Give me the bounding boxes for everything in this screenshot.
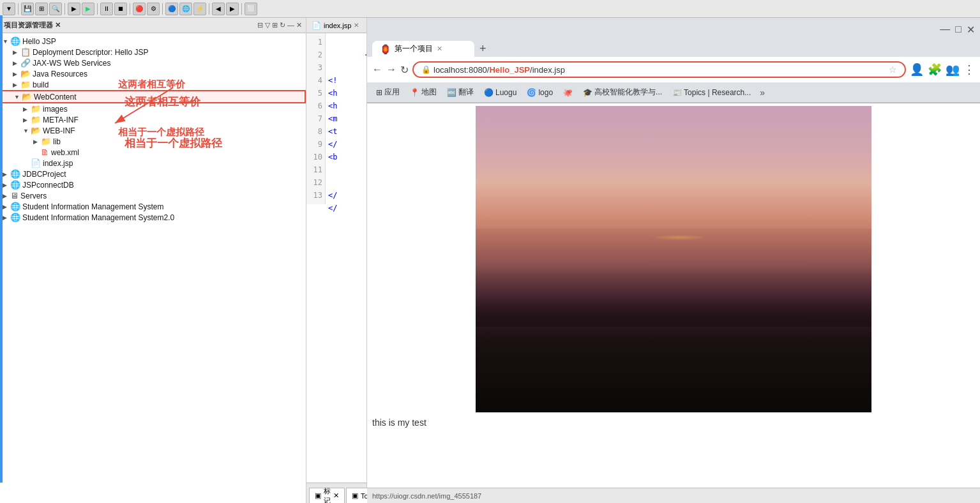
editor-tab-close[interactable]: ✕ [354,22,359,29]
win-close-btn[interactable]: ✕ [967,24,975,36]
line-num-8: 8 [306,125,322,138]
tree-arrow-jdbc: ▶ [3,171,9,177]
tree-icon-meta-inf: 📁 [31,115,41,124]
luogu-icon: 🔵 [484,88,494,97]
toolbar-btn-7[interactable]: ⚙ [147,3,160,15]
toolbar-sep-6 [209,3,209,15]
toolbar-btn-1[interactable]: ▼ [3,3,15,15]
tree-item-student1[interactable]: ▶ 🌐 Student Information Management Syste… [0,201,306,212]
profile-icon[interactable]: 👥 [946,63,960,77]
panel-collapse-icon[interactable]: ⊟ [257,21,263,29]
tree-item-images[interactable]: ▶ 📁 images [0,103,306,114]
toolbar-btn-5[interactable]: ⏹ [114,3,127,15]
panel-title: 项目资源管理器 ✕ [4,20,61,30]
tree-item-java-resources[interactable]: ▶ 📂 Java Resources [0,68,306,79]
browser-tab-close[interactable]: ✕ [437,45,442,53]
win-maximize-btn[interactable]: □ [955,24,961,36]
tree-item-build[interactable]: ▶ 📁 build [0,79,306,90]
new-tab-button[interactable]: + [474,42,492,56]
extensions-icon[interactable]: 🧩 [928,63,942,77]
panel-minimize-icon[interactable]: — [287,21,294,29]
toolbar-btn-6[interactable]: 🔴 [133,3,146,15]
browser-tab-title: 第一个项目 [395,43,433,54]
bookmark-apps[interactable]: ⊞ 应用 [372,86,403,99]
avatar-1[interactable]: 👤 [910,63,924,77]
tree-item-lib[interactable]: ▶ 📁 lib [0,136,306,147]
sunset-image [476,106,871,412]
bookmark-research[interactable]: 📰 Topics | Research... [668,87,755,98]
tree-item-jdbc[interactable]: ▶ 🌐 JDBCProject [0,169,306,179]
tree-label-jdbc: JDBCProject [22,170,66,179]
back-button[interactable]: ← [372,64,382,75]
panel-close-icon[interactable]: ✕ [296,21,302,29]
tree-item-deployment[interactable]: ▶ 📋 Deployment Descriptor: Hello JSP [0,47,306,57]
toolbar-btn-12[interactable]: ▶ [226,3,239,15]
toolbar-btn-run2[interactable]: ▶ [82,3,94,15]
foreground [476,296,871,412]
bookmarks-more[interactable]: » [760,87,765,98]
forward-button[interactable]: → [386,64,396,75]
toolbar-btn-3[interactable]: 🔍 [49,3,62,15]
reload-button[interactable]: ↻ [400,64,409,76]
toolbar-btn-run[interactable]: ▶ [68,3,80,15]
tree-item-meta-inf[interactable]: ▶ 📁 META-INF [0,114,306,125]
marker-close[interactable]: ✕ [333,492,339,500]
tree-item-index-jsp[interactable]: 📄 index.jsp [0,158,306,169]
tree-item-webcontent[interactable]: ▼ 📂 WebContent [0,90,306,103]
star-icon[interactable]: ☆ [889,64,897,75]
tree-item-student2[interactable]: ▶ 🌐 Student Information Management Syste… [0,212,306,223]
panel-filter-icon[interactable]: ⊞ [272,21,278,29]
logo-label: logo [538,88,553,97]
toolbar-btn-9[interactable]: 🌐 [179,3,192,15]
bookmark-luogu[interactable]: 🔵 Luogu [480,87,520,98]
code-line-3: <! [328,76,337,85]
url-text: localhost:8080/Hello_JSP/index.jsp [433,65,565,75]
panel-sync-icon[interactable]: ↻ [280,21,285,29]
code-area[interactable]: <% <! <h <h <m <t </ <b </ </ [326,33,366,230]
browser-tab-active[interactable]: 🏮 第一个项目 ✕ [372,41,474,57]
editor-panel: 📄 index.jsp ✕ 1 2 3 4 5 6 7 8 9 10 11 12… [306,18,367,503]
panel-menu-icon[interactable]: ▽ [265,21,270,29]
tree-icon-servers: 🖥 [10,191,19,200]
toolbar-btn-10[interactable]: ⚡ [193,3,206,15]
tree-item-jax-ws[interactable]: ▶ 🔗 JAX-WS Web Services [0,57,306,68]
tree-item-servers[interactable]: ▶ 🖥 Servers [0,190,306,201]
tree-item-hello-jsp[interactable]: ▼ 🌐 Hello JSP [0,36,306,47]
tree-item-web-inf[interactable]: ▼ 📂 WEB-INF [0,125,306,136]
menu-icon[interactable]: ⋮ [963,63,975,77]
toolbar-btn-8[interactable]: 🔵 [165,3,178,15]
toolbar-btn-2[interactable]: ⊞ [35,3,48,15]
tree-item-web-xml[interactable]: 🗎 web.xml [0,147,306,158]
tree-label-webcontent: WebContent [34,93,77,101]
bookmark-uni[interactable]: 🎓 高校智能化教学与... [579,86,666,99]
logo-icon: 🌀 [527,88,536,97]
tree-icon-hello-jsp: 🌐 [10,36,20,46]
code-line-12: </ [328,191,337,200]
line-num-10: 10 [306,151,322,163]
bookmark-translate[interactable]: 🔤 翻译 [443,86,478,99]
toolbar-btn-13[interactable]: ⬜ [245,3,257,15]
win-minimize-btn[interactable]: — [940,24,950,36]
window-controls: — □ ✕ [940,24,975,36]
tree-icon-build: 📁 [20,80,31,89]
main-layout: 项目资源管理器 ✕ ⊟ ▽ ⊞ ↻ — ✕ 这两者相互等价 相当于一个虚拟路径 … [0,18,980,503]
toolbar-btn-save[interactable]: 💾 [21,3,34,15]
bookmark-map[interactable]: 📍 地图 [406,86,441,99]
tree-label-meta-inf: META-INF [43,116,79,124]
code-line-8: </ [328,140,337,149]
toolbar-btn-4[interactable]: ⏸ [100,3,113,15]
line-numbers: 1 2 3 4 5 6 7 8 9 10 11 12 13 [306,33,326,204]
lock-icon: 🔒 [421,65,431,74]
bookmark-logo[interactable]: 🌀 logo [523,87,557,98]
line-num-12: 12 [306,176,322,189]
code-line-7: <t [328,127,337,136]
editor-content: 1 2 3 4 5 6 7 8 9 10 11 12 13 <% <! <h <… [306,33,366,483]
page-text: this is my test [367,412,980,433]
editor-tab[interactable]: 📄 index.jsp ✕ [306,18,366,33]
bookmark-github[interactable]: 🐙 [559,87,577,98]
url-box[interactable]: 🔒 localhost:8080/Hello_JSP/index.jsp ☆ [412,61,906,78]
bottom-tab-markers[interactable]: ▣ 标记 ✕ [309,488,345,503]
tree-item-jspconnect[interactable]: ▶ 🌐 JSPconnectDB [0,179,306,190]
toolbar-btn-11[interactable]: ◀ [212,3,225,15]
browser-tab-icon: 🏮 [380,44,391,54]
